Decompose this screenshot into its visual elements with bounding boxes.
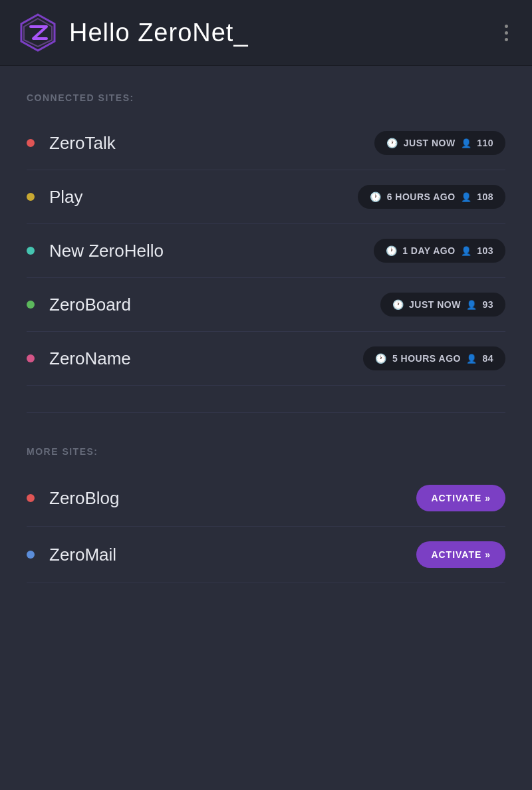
site-name: ZeroBlog: [49, 488, 120, 509]
site-users: 84: [482, 353, 493, 364]
connected-site-item[interactable]: ZeroName 🕐 5 HOURS AGO 👤 84: [27, 332, 505, 386]
connected-section-label: CONNECTED SITES:: [27, 92, 505, 103]
svg-marker-1: [24, 19, 52, 47]
site-status-dot: [27, 494, 35, 502]
site-item-left: ZeroTalk: [27, 133, 116, 154]
site-time: 1 DAY AGO: [402, 245, 455, 256]
site-time: JUST NOW: [404, 138, 456, 148]
activate-button[interactable]: ACTIVATE »: [416, 541, 505, 568]
clock-icon: 🕐: [392, 299, 404, 310]
menu-dot-2: [505, 31, 508, 35]
site-badge: 🕐 6 HOURS AGO 👤 108: [358, 185, 505, 209]
site-status-dot: [27, 247, 35, 255]
zeronet-logo: [19, 13, 57, 52]
site-time: 6 HOURS AGO: [387, 192, 456, 202]
site-name: New ZeroHello: [49, 241, 164, 261]
site-status-dot: [27, 551, 35, 559]
connected-site-item[interactable]: Play 🕐 6 HOURS AGO 👤 108: [27, 170, 505, 224]
site-item-left: ZeroMail: [27, 545, 116, 565]
site-badge: 🕐 5 HOURS AGO 👤 84: [363, 346, 505, 370]
header-left: Hello ZeroNet_: [19, 13, 249, 52]
connected-site-item[interactable]: New ZeroHello 🕐 1 DAY AGO 👤 103: [27, 224, 505, 278]
section-divider: [27, 412, 505, 413]
more-sites-section: MORE SITES: ZeroBlog ACTIVATE » ZeroMail…: [27, 446, 505, 583]
connected-site-item[interactable]: ZeroTalk 🕐 JUST NOW 👤 110: [27, 116, 505, 170]
more-site-list: ZeroBlog ACTIVATE » ZeroMail ACTIVATE »: [27, 470, 505, 583]
clock-icon: 🕐: [386, 245, 398, 256]
main-content: CONNECTED SITES: ZeroTalk 🕐 JUST NOW 👤 1…: [0, 66, 532, 583]
site-name: ZeroTalk: [49, 133, 116, 154]
site-item-left: ZeroBoard: [27, 295, 131, 315]
site-users: 110: [477, 138, 493, 148]
site-status-dot: [27, 301, 35, 309]
users-icon: 👤: [466, 354, 477, 364]
app-title: Hello ZeroNet_: [69, 19, 249, 47]
svg-marker-0: [21, 15, 55, 51]
site-badge: 🕐 1 DAY AGO 👤 103: [374, 239, 505, 263]
site-name: Play: [49, 187, 83, 207]
connected-site-list: ZeroTalk 🕐 JUST NOW 👤 110 Play 🕐 6 HOURS…: [27, 116, 505, 386]
more-site-item: ZeroMail ACTIVATE »: [27, 527, 505, 583]
users-icon: 👤: [461, 138, 472, 148]
connected-site-item[interactable]: ZeroBoard 🕐 JUST NOW 👤 93: [27, 278, 505, 332]
site-badge: 🕐 JUST NOW 👤 93: [380, 293, 505, 317]
menu-dot-3: [505, 38, 508, 41]
connected-sites-section: CONNECTED SITES: ZeroTalk 🕐 JUST NOW 👤 1…: [27, 92, 505, 386]
more-site-item: ZeroBlog ACTIVATE »: [27, 470, 505, 527]
site-time: JUST NOW: [409, 299, 461, 310]
site-item-left: ZeroName: [27, 348, 131, 369]
site-users: 103: [477, 245, 493, 256]
site-users: 108: [477, 192, 493, 202]
site-item-left: New ZeroHello: [27, 241, 164, 261]
site-name: ZeroName: [49, 348, 131, 369]
users-icon: 👤: [461, 192, 472, 202]
site-time: 5 HOURS AGO: [392, 353, 461, 364]
site-status-dot: [27, 193, 35, 201]
site-status-dot: [27, 354, 35, 362]
clock-icon: 🕐: [375, 353, 387, 364]
clock-icon: 🕐: [386, 138, 398, 148]
app-header: Hello ZeroNet_: [0, 0, 532, 66]
site-users: 93: [482, 299, 493, 310]
users-icon: 👤: [461, 246, 472, 256]
site-name: ZeroBoard: [49, 295, 131, 315]
more-section-label: MORE SITES:: [27, 446, 505, 457]
menu-button[interactable]: [499, 19, 513, 47]
activate-button[interactable]: ACTIVATE »: [416, 485, 505, 511]
users-icon: 👤: [466, 300, 477, 310]
site-item-left: Play: [27, 187, 83, 207]
site-name: ZeroMail: [49, 545, 116, 565]
site-status-dot: [27, 139, 35, 147]
menu-dot-1: [505, 25, 508, 28]
site-badge: 🕐 JUST NOW 👤 110: [374, 131, 505, 155]
site-item-left: ZeroBlog: [27, 488, 120, 509]
clock-icon: 🕐: [370, 192, 382, 202]
